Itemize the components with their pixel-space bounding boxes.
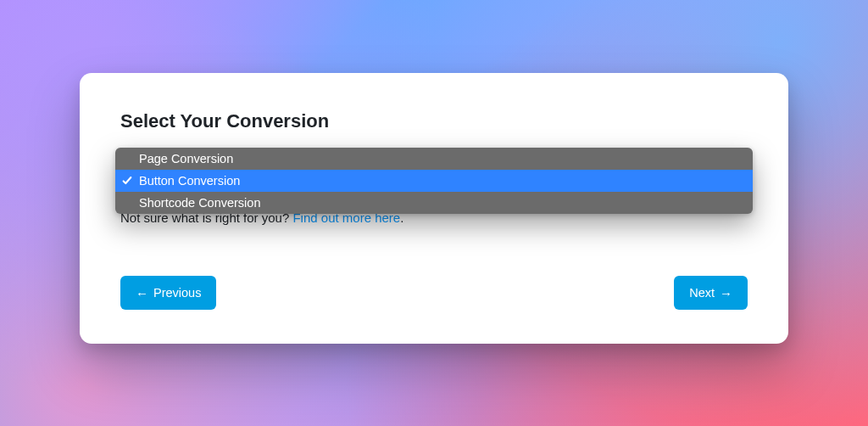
option-label: Page Conversion — [139, 152, 233, 165]
option-page-conversion[interactable]: Page Conversion — [115, 148, 753, 170]
conversion-card: Select Your Conversion Button Conversion… — [80, 73, 788, 344]
option-label: Button Conversion — [139, 174, 240, 188]
next-button[interactable]: Next → — [674, 276, 748, 310]
arrow-left-icon: ← — [136, 287, 148, 300]
option-button-conversion[interactable]: Button Conversion — [115, 170, 753, 192]
option-shortcode-conversion[interactable]: Shortcode Conversion — [115, 192, 753, 214]
check-icon — [121, 175, 133, 187]
previous-button[interactable]: ← Previous — [120, 276, 216, 310]
conversion-select-wrap: Button Conversion Page Conversion Button… — [120, 151, 748, 192]
page-title: Select Your Conversion — [120, 110, 748, 132]
wizard-actions: ← Previous Next → — [120, 276, 748, 310]
conversion-dropdown[interactable]: Page Conversion Button Conversion Shortc… — [115, 148, 753, 214]
previous-button-label: Previous — [153, 286, 201, 300]
arrow-right-icon: → — [720, 287, 732, 300]
next-button-label: Next — [689, 286, 715, 300]
option-label: Shortcode Conversion — [139, 196, 260, 210]
